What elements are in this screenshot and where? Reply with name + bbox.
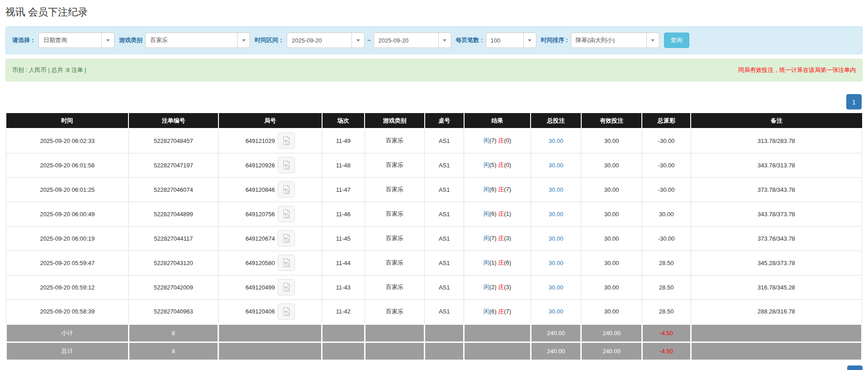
total-bet-cell: 30.00 <box>531 177 581 202</box>
page-1-button[interactable]: 1 <box>846 94 862 109</box>
video-replay-icon[interactable] <box>278 230 295 247</box>
game-category-label: 游戏类别 <box>119 36 142 44</box>
table-row: 2025-09-20 06:00:49 522827044899 6491207… <box>6 202 862 226</box>
chevron-down-icon <box>101 33 114 47</box>
session-cell: 11-42 <box>322 299 365 324</box>
valid-bet-cell: 30.00 <box>581 275 642 299</box>
bet-number-cell: 522827043120 <box>128 251 218 275</box>
chevron-down-icon <box>523 33 536 47</box>
total-bet-link[interactable]: 30.00 <box>549 260 564 266</box>
valid-bet-cell: 30.00 <box>581 299 642 324</box>
column-header: 备注 <box>691 113 862 128</box>
payout-cell: 28.50 <box>642 251 691 275</box>
round-number: 649121029 <box>246 138 275 144</box>
session-cell: 11-43 <box>322 275 365 299</box>
player-result-value: (7) <box>489 235 498 242</box>
round-number: 649120674 <box>246 235 275 242</box>
total-bet-cell: 30.00 <box>531 226 581 251</box>
table-number-cell: AS1 <box>425 299 464 324</box>
payout-cell: -30.00 <box>642 128 691 153</box>
remark-cell: 345.28/373.78 <box>691 251 862 275</box>
time-cell: 2025-09-20 05:59:12 <box>6 275 129 299</box>
game-category-select[interactable]: 百家乐 <box>145 33 250 48</box>
video-replay-icon[interactable] <box>278 133 295 149</box>
result-cell: 闲(5) 庄(0) <box>464 153 531 177</box>
player-result-value: (1) <box>489 259 498 266</box>
table-row: 2025-09-20 05:59:12 522827042009 6491204… <box>6 275 862 299</box>
banker-result-label: 庄 <box>498 308 504 315</box>
remark-cell: 343.78/313.78 <box>691 153 862 177</box>
table-row: 2025-09-20 05:59:47 522827043120 6491205… <box>6 251 862 275</box>
date-from-select[interactable]: 2025-09-20 <box>287 33 365 48</box>
page-title: 视讯 会员下注纪录 <box>5 5 863 19</box>
time-cell: 2025-09-20 06:01:58 <box>6 153 129 177</box>
payout-cell: -30.00 <box>642 177 691 202</box>
banker-result-label: 庄 <box>498 235 504 242</box>
result-cell: 闲(7) 庄(0) <box>464 128 531 153</box>
date-from-value: 2025-09-20 <box>287 33 327 47</box>
session-cell: 11-45 <box>322 226 365 251</box>
pagination-bottom: 1 <box>5 365 863 370</box>
result-cell: 闲(7) 庄(3) <box>464 226 531 251</box>
search-button[interactable]: 查询 <box>664 33 689 48</box>
video-replay-icon[interactable] <box>278 255 295 271</box>
column-header: 游戏类别 <box>365 113 424 128</box>
total-bet-link[interactable]: 30.00 <box>549 284 564 291</box>
player-result-value: (7) <box>489 137 498 144</box>
game-type-cell: 百家乐 <box>365 226 424 251</box>
summary-payout-cell: -4.50 <box>642 324 691 342</box>
bet-number-cell: 522827044117 <box>128 226 218 251</box>
bet-number-cell: 522827046074 <box>128 177 218 202</box>
total-bet-link[interactable]: 30.00 <box>549 308 564 315</box>
player-result-label: 闲 <box>484 308 489 315</box>
summary-total-bet-cell: 240.00 <box>531 342 581 360</box>
summary-count-cell: 8 <box>128 342 218 360</box>
game-type-cell: 百家乐 <box>365 128 424 153</box>
page-1-button[interactable]: 1 <box>847 365 863 370</box>
round-number: 649120406 <box>246 308 275 315</box>
player-result-label: 闲 <box>484 259 489 266</box>
session-cell: 11-49 <box>322 128 365 153</box>
video-replay-icon[interactable] <box>278 279 295 295</box>
chevron-down-icon <box>237 33 250 47</box>
total-bet-cell: 30.00 <box>531 128 581 153</box>
time-cell: 2025-09-20 06:01:25 <box>6 177 129 202</box>
table-header-row: 时间注单编号局号场次游戏类别桌号结果总投注有效投注总派彩备注 <box>6 113 862 128</box>
video-replay-icon[interactable] <box>278 157 295 173</box>
query-type-value: 日期查询 <box>39 33 71 47</box>
column-header: 总投注 <box>531 113 581 128</box>
result-cell: 闲(6) 庄(7) <box>464 177 531 202</box>
round-number: 649120756 <box>246 211 275 218</box>
video-replay-icon[interactable] <box>278 181 295 198</box>
total-bet-link[interactable]: 30.00 <box>549 138 564 144</box>
table-number-cell: AS1 <box>425 226 464 251</box>
summary-label-cell: 小计 <box>6 324 129 342</box>
video-replay-icon[interactable] <box>278 304 295 320</box>
total-bet-cell: 30.00 <box>531 153 581 177</box>
total-bet-link[interactable]: 30.00 <box>549 235 564 242</box>
player-result-label: 闲 <box>484 210 489 217</box>
valid-bet-cell: 30.00 <box>581 202 642 226</box>
date-to-select[interactable]: 2025-09-20 <box>374 33 451 48</box>
banker-result-value: (6) <box>504 259 511 266</box>
session-cell: 11-47 <box>322 177 365 202</box>
summary-count-cell: 8 <box>128 324 218 342</box>
valid-bet-cell: 30.00 <box>581 226 642 251</box>
summary-note: 同局有效投注，统一计算在该局第一张注单内 <box>738 66 856 74</box>
column-header: 有效投注 <box>581 113 642 128</box>
chevron-down-icon <box>438 33 451 47</box>
summary-valid-bet-cell: 240.00 <box>581 342 642 360</box>
time-sort-select[interactable]: 降幂(由大到小) <box>571 33 659 48</box>
query-type-select[interactable]: 日期查询 <box>38 33 114 48</box>
total-bet-link[interactable]: 30.00 <box>549 211 564 218</box>
page-size-select[interactable]: 100 <box>486 33 536 48</box>
banker-result-value: (0) <box>504 137 511 144</box>
round-number: 649120846 <box>246 186 275 193</box>
total-bet-cell: 30.00 <box>531 299 581 324</box>
total-bet-link[interactable]: 30.00 <box>549 162 564 169</box>
total-bet-link[interactable]: 30.00 <box>549 186 564 193</box>
remark-cell: 373.78/343.78 <box>691 177 862 202</box>
bet-number-cell: 522827044899 <box>128 202 218 226</box>
pagination-top: 1 <box>5 94 862 109</box>
video-replay-icon[interactable] <box>278 206 295 222</box>
